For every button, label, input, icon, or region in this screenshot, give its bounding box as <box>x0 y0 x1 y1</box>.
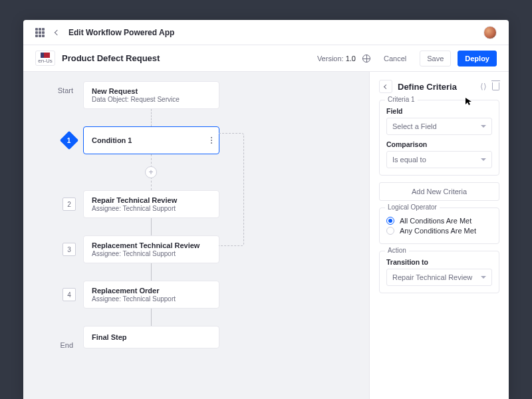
field-select[interactable]: Select a Field <box>386 118 492 135</box>
logic-legend: Logical Operator <box>385 203 440 211</box>
node-meta: Data Object: Request Service <box>92 96 211 103</box>
side-panel: Define Criteria ⟨⟩ Criteria 1 Field Sele… <box>369 72 509 399</box>
node-title: Repair Technical Review <box>92 196 211 204</box>
cursor-icon <box>466 98 472 106</box>
node-title: Replacement Technical Review <box>92 241 211 249</box>
connector <box>151 177 152 190</box>
node-condition-1[interactable]: 1 Condition 1 <box>83 126 219 154</box>
panel-header: Define Criteria ⟨⟩ <box>379 80 499 93</box>
radio-icon <box>386 227 394 235</box>
save-button[interactable]: Save <box>420 51 451 66</box>
node-meta: Assignee: Technical Support <box>92 250 211 257</box>
criteria-legend: Criteria 1 <box>385 96 418 103</box>
avatar[interactable] <box>483 26 497 39</box>
comparison-select[interactable]: Is equal to <box>386 151 492 168</box>
delete-icon[interactable] <box>492 82 499 90</box>
node-final[interactable]: Final Step <box>83 326 219 348</box>
apps-grid-icon[interactable] <box>35 28 45 37</box>
node-meta: Assignee: Technical Support <box>92 295 211 303</box>
end-label: End <box>40 341 73 349</box>
transition-select[interactable]: Repair Technical Review <box>386 269 492 286</box>
criteria-group: Criteria 1 Field Select a Field Comparis… <box>379 100 499 176</box>
globe-icon[interactable] <box>362 55 370 63</box>
radio-any-conditions[interactable]: Any Conditions Are Met <box>386 227 492 235</box>
transition-value: Repair Technical Review <box>392 273 472 281</box>
step-number: 3 <box>63 243 76 256</box>
node-step-2[interactable]: 2 Repair Technical Review Assignee: Tech… <box>83 190 219 218</box>
node-start[interactable]: New Request Data Object: Request Service <box>83 81 219 109</box>
connector <box>151 309 152 326</box>
chevron-left-icon <box>383 84 388 88</box>
connector <box>151 154 152 168</box>
node-title: Condition 1 <box>92 136 211 144</box>
subheader-actions: Version: 1.0 Cancel Save Deploy <box>317 51 497 66</box>
node-meta: Assignee: Technical Support <box>92 205 211 212</box>
caret-down-icon <box>481 158 486 161</box>
deploy-button[interactable]: Deploy <box>458 51 497 66</box>
radio-all-conditions[interactable]: All Conditions Are Met <box>386 217 492 225</box>
add-step-button[interactable]: + <box>145 166 157 178</box>
workflow-canvas[interactable]: Start New Request Data Object: Request S… <box>23 72 369 399</box>
radio-icon <box>386 217 394 225</box>
radio-label: All Conditions Are Met <box>400 217 471 225</box>
connector <box>151 109 152 126</box>
step-number: 2 <box>63 198 76 211</box>
comparison-label: Comparison <box>386 140 492 148</box>
field-value: Select a Field <box>392 122 437 130</box>
breadcrumb: Edit Workflow Powered App <box>68 28 174 37</box>
expand-icon[interactable]: ⟨⟩ <box>480 82 487 91</box>
loopback-connector <box>219 133 244 246</box>
caret-down-icon <box>481 125 486 128</box>
logic-group: Logical Operator All Conditions Are Met … <box>379 207 499 244</box>
radio-label: Any Conditions Are Met <box>400 227 476 235</box>
node-title: Final Step <box>92 333 211 341</box>
condition-marker-icon: 1 <box>60 131 78 150</box>
subheader: en-Us Product Defect Request Version: 1.… <box>23 45 509 72</box>
topbar: Edit Workflow Powered App <box>23 20 509 45</box>
comparison-value: Is equal to <box>392 156 426 164</box>
caret-down-icon <box>481 276 486 279</box>
cancel-button[interactable]: Cancel <box>377 51 413 66</box>
node-title: New Request <box>92 87 211 95</box>
language-selector[interactable]: en-Us <box>35 51 55 65</box>
action-legend: Action <box>385 247 409 254</box>
step-number: 4 <box>63 288 76 301</box>
language-code: en-Us <box>36 59 55 63</box>
start-label: Start <box>40 86 73 94</box>
add-criteria-button[interactable]: Add New Criteria <box>379 182 499 201</box>
flag-icon <box>41 53 50 58</box>
version-label: Version: 1.0 <box>317 55 356 63</box>
node-title: Replacement Order <box>92 287 211 295</box>
node-step-4[interactable]: 4 Replacement Order Assignee: Technical … <box>83 281 219 309</box>
page-title: Product Defect Request <box>62 53 160 63</box>
transition-label: Transition to <box>386 258 492 266</box>
node-menu-icon[interactable] <box>211 137 212 144</box>
workspace: Start New Request Data Object: Request S… <box>23 72 509 399</box>
panel-back-button[interactable] <box>379 80 392 93</box>
back-icon[interactable] <box>55 29 60 35</box>
node-step-3[interactable]: 3 Replacement Technical Review Assignee:… <box>83 235 219 263</box>
panel-title: Define Criteria <box>398 82 475 92</box>
app-window: Edit Workflow Powered App en-Us Product … <box>23 20 509 399</box>
action-group: Action Transition to Repair Technical Re… <box>379 251 499 293</box>
connector <box>151 218 152 235</box>
connector <box>151 263 152 281</box>
field-label: Field <box>386 107 492 115</box>
